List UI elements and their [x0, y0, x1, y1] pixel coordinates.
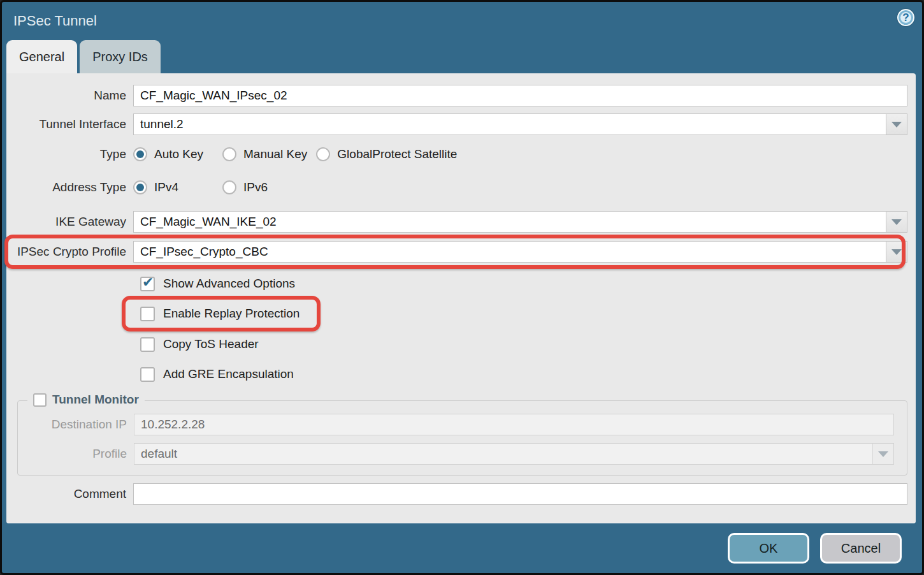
address-type-row: Address Type IPv4 IPv6 — [6, 177, 907, 198]
radio-manual-key[interactable]: Manual Key — [222, 147, 316, 161]
chevron-down-icon — [892, 219, 902, 225]
profile-value: default — [134, 444, 872, 464]
add-gre-encapsulation-checkbox[interactable] — [140, 367, 155, 382]
tunnel-monitor-legend: Tunnel Monitor — [27, 393, 145, 407]
tab-general[interactable]: General — [6, 40, 77, 73]
chevron-down-icon — [878, 451, 888, 457]
ike-gateway-value: CF_Magic_WAN_IKE_02 — [134, 212, 886, 232]
ike-gateway-label: IKE Gateway — [6, 215, 133, 229]
ike-gateway-dropdown[interactable]: CF_Magic_WAN_IKE_02 — [133, 211, 907, 233]
profile-row: Profile default — [18, 443, 894, 465]
ike-gateway-dropdown-button[interactable] — [886, 212, 907, 232]
cancel-button[interactable]: Cancel — [820, 533, 902, 564]
comment-row: Comment — [6, 483, 907, 505]
general-tab-panel: Name Tunnel Interface tunnel.2 Type — [6, 73, 916, 523]
ipsec-tunnel-dialog: IPSec Tunnel ? General Proxy IDs Name Tu… — [0, 0, 924, 575]
show-advanced-options-row: Show Advanced Options — [6, 274, 907, 293]
radio-globalprotect-satellite-label: GlobalProtect Satellite — [337, 147, 466, 161]
tunnel-interface-row: Tunnel Interface tunnel.2 — [6, 113, 907, 135]
address-type-radio-group: IPv4 IPv6 — [133, 180, 907, 194]
copy-tos-header-checkbox[interactable] — [140, 337, 155, 352]
ipsec-crypto-profile-label: IPSec Crypto Profile — [6, 245, 133, 259]
radio-ipv4-control[interactable] — [133, 180, 147, 194]
chevron-down-icon — [892, 122, 902, 127]
radio-ipv4[interactable]: IPv4 — [133, 180, 222, 194]
chevron-down-icon — [892, 249, 902, 255]
dialog-titlebar: IPSec Tunnel — [2, 2, 922, 40]
add-gre-encapsulation-row: Add GRE Encapsulation — [6, 365, 907, 384]
tunnel-interface-value: tunnel.2 — [134, 114, 886, 135]
tab-proxy-ids[interactable]: Proxy IDs — [80, 40, 161, 73]
help-icon[interactable]: ? — [897, 9, 914, 26]
destination-ip-label: Destination IP — [18, 418, 134, 432]
radio-ipv6-label: IPv6 — [243, 180, 277, 194]
tunnel-monitor-checkbox[interactable] — [33, 393, 47, 407]
radio-manual-key-label: Manual Key — [243, 147, 316, 161]
dialog-title: IPSec Tunnel — [13, 13, 97, 29]
ipsec-crypto-profile-dropdown-button[interactable] — [886, 242, 907, 262]
type-label: Type — [6, 147, 133, 161]
copy-tos-header-row: Copy ToS Header — [6, 335, 907, 354]
radio-manual-key-control[interactable] — [222, 147, 236, 161]
show-advanced-options-label: Show Advanced Options — [163, 277, 295, 291]
ipsec-crypto-profile-row: IPSec Crypto Profile CF_IPsec_Crypto_CBC — [6, 241, 907, 263]
radio-auto-key-label: Auto Key — [154, 147, 212, 161]
ok-button[interactable]: OK — [728, 533, 809, 564]
destination-ip-input — [134, 414, 894, 435]
tunnel-monitor-label: Tunnel Monitor — [52, 393, 139, 407]
profile-dropdown: default — [134, 443, 894, 465]
tunnel-interface-dropdown-button[interactable] — [886, 114, 907, 135]
help-icon-glyph: ? — [902, 11, 909, 24]
comment-label: Comment — [6, 487, 133, 501]
tab-proxy-ids-label: Proxy IDs — [92, 50, 148, 64]
comment-input[interactable] — [133, 483, 907, 505]
type-radio-group: Auto Key Manual Key GlobalProtect Satell… — [133, 147, 907, 161]
tunnel-interface-dropdown[interactable]: tunnel.2 — [133, 113, 907, 135]
copy-tos-header-label: Copy ToS Header — [163, 337, 259, 351]
radio-globalprotect-satellite-control[interactable] — [316, 147, 330, 161]
tunnel-interface-label: Tunnel Interface — [6, 117, 133, 131]
tunnel-monitor-fieldset: Tunnel Monitor Destination IP Profile de… — [17, 400, 907, 476]
radio-ipv6-control[interactable] — [222, 180, 236, 194]
name-input[interactable] — [133, 85, 907, 106]
enable-replay-protection-label: Enable Replay Protection — [163, 307, 300, 321]
enable-replay-protection-row: Enable Replay Protection — [6, 304, 907, 323]
enable-replay-protection-checkbox[interactable] — [140, 307, 155, 321]
ike-gateway-row: IKE Gateway CF_Magic_WAN_IKE_02 — [6, 211, 907, 233]
destination-ip-row: Destination IP — [18, 414, 894, 435]
profile-label: Profile — [18, 447, 134, 461]
radio-auto-key-control[interactable] — [133, 147, 147, 161]
name-label: Name — [6, 89, 133, 103]
tab-bar: General Proxy IDs — [2, 40, 922, 73]
dialog-footer: OK Cancel — [2, 523, 922, 573]
radio-auto-key[interactable]: Auto Key — [133, 147, 222, 161]
ipsec-crypto-profile-value: CF_IPsec_Crypto_CBC — [134, 242, 886, 262]
add-gre-encapsulation-label: Add GRE Encapsulation — [163, 367, 294, 381]
type-row: Type Auto Key Manual Key GlobalProtect S… — [6, 144, 907, 164]
tab-general-label: General — [19, 50, 64, 64]
profile-dropdown-button — [872, 444, 893, 464]
ipsec-crypto-profile-dropdown[interactable]: CF_IPsec_Crypto_CBC — [133, 241, 907, 263]
radio-ipv4-label: IPv4 — [154, 180, 187, 194]
name-row: Name — [6, 85, 907, 106]
address-type-label: Address Type — [6, 180, 133, 194]
radio-globalprotect-satellite[interactable]: GlobalProtect Satellite — [316, 147, 466, 161]
show-advanced-options-checkbox[interactable] — [140, 277, 155, 291]
radio-ipv6[interactable]: IPv6 — [222, 180, 312, 194]
